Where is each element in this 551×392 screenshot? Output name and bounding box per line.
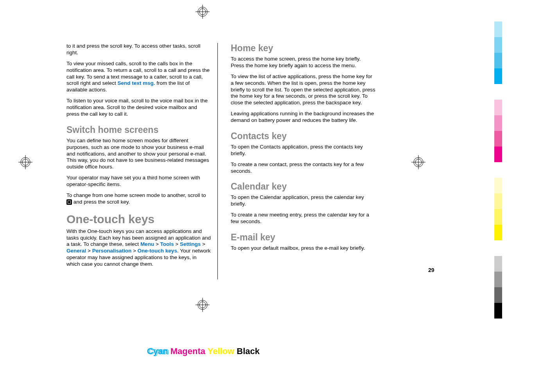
body-text: To change from one home screen mode to a… bbox=[66, 192, 211, 206]
page-number: 29 bbox=[428, 267, 434, 273]
body-text: To view the list of active applications,… bbox=[231, 73, 375, 106]
heading-contacts-key: Contacts key bbox=[231, 131, 375, 141]
manual-page: to it and press the scroll key. To acces… bbox=[66, 43, 450, 272]
body-text: Leaving applications running in the back… bbox=[231, 111, 375, 124]
heading-email-key: E-mail key bbox=[231, 232, 375, 243]
heading-calendar-key: Calendar key bbox=[231, 181, 375, 192]
black-label: Black bbox=[237, 346, 260, 356]
yellow-label: Yellow bbox=[208, 346, 234, 356]
color-calibration-bar bbox=[494, 21, 502, 319]
heading-one-touch-keys: One-touch keys bbox=[66, 213, 211, 226]
registration-mark-icon bbox=[18, 154, 33, 170]
link-general: General bbox=[66, 248, 86, 254]
registration-mark-icon bbox=[411, 154, 426, 170]
registration-mark-icon bbox=[195, 4, 210, 20]
mode-switch-icon bbox=[66, 199, 72, 205]
body-text: To open the Contacts application, press … bbox=[231, 144, 375, 157]
link-menu: Menu bbox=[140, 241, 154, 247]
body-text: To open the Calendar application, press … bbox=[231, 194, 375, 208]
right-column: Home key To access the home screen, pres… bbox=[231, 43, 375, 272]
link-tools: Tools bbox=[160, 241, 174, 247]
link-personalisation: Personalisation bbox=[92, 248, 132, 254]
magenta-label: Magenta bbox=[171, 346, 205, 356]
body-text: To access the home screen, press the hom… bbox=[231, 56, 375, 69]
heading-home-key: Home key bbox=[231, 43, 375, 54]
body-text: To listen to your voice mail, scroll to … bbox=[66, 98, 211, 118]
link-settings: Settings bbox=[180, 241, 201, 247]
body-text: You can define two home screen modes for… bbox=[66, 138, 211, 170]
body-text: to it and press the scroll key. To acces… bbox=[66, 43, 211, 56]
body-text: To create a new meeting entry, press the… bbox=[231, 212, 375, 225]
body-text: To create a new contact, press the conta… bbox=[231, 161, 375, 175]
column-separator bbox=[217, 43, 218, 279]
cyan-label-fill: Cyan bbox=[147, 346, 168, 356]
registration-mark-icon bbox=[195, 297, 210, 313]
body-text: To open your default mailbox, press the … bbox=[231, 245, 375, 252]
body-text: Your operator may have set you a third h… bbox=[66, 175, 211, 188]
left-column: to it and press the scroll key. To acces… bbox=[66, 43, 211, 272]
link-send-text-msg: Send text msg. bbox=[118, 80, 155, 86]
body-text: With the One-touch keys you can access a… bbox=[66, 228, 211, 268]
body-text: To view your missed calls, scroll to the… bbox=[66, 61, 211, 93]
cmyk-label: CyanCyan Magenta Yellow Black bbox=[148, 346, 260, 356]
link-one-touch-keys: One-touch keys bbox=[138, 248, 177, 254]
heading-switch-home-screens: Switch home screens bbox=[66, 125, 211, 135]
